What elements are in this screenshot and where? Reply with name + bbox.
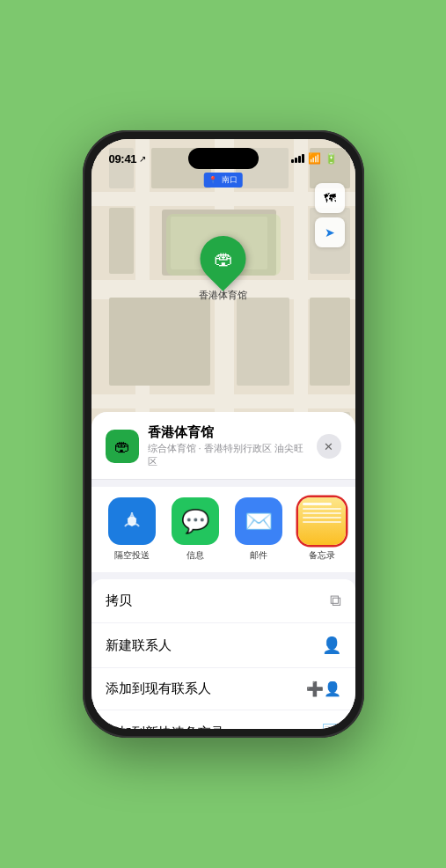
share-row: 隔空投送 💬 信息 ✉️ 邮件 <box>91 487 355 572</box>
notes-line-2 <box>303 508 341 510</box>
svg-rect-16 <box>237 298 289 386</box>
notes-line-4 <box>303 517 341 519</box>
share-item-notes[interactable]: 备忘录 <box>296 497 348 562</box>
location-button[interactable]: ➤ <box>315 217 345 247</box>
action-copy[interactable]: 拷贝 ⧉ <box>91 579 355 623</box>
map-pin: 🏟 <box>191 226 256 291</box>
share-item-messages[interactable]: 💬 信息 <box>169 497 222 562</box>
quick-note-label: 添加到新快速备忘录 <box>106 725 224 730</box>
action-new-contact[interactable]: 新建联系人 👤 <box>91 623 355 668</box>
airdrop-label: 隔空投送 <box>114 549 150 562</box>
dynamic-island <box>188 148 259 169</box>
copy-label: 拷贝 <box>106 592 132 609</box>
signal-bar-3 <box>298 156 301 163</box>
airdrop-icon <box>108 497 156 545</box>
close-button[interactable]: ✕ <box>317 434 341 459</box>
messages-label: 信息 <box>186 549 204 562</box>
venue-info: 香港体育馆 综合体育馆 · 香港特别行政区 油尖旺区 <box>148 424 308 468</box>
action-list: 拷贝 ⧉ 新建联系人 👤 添加到现有联系人 ➕👤 添加到新快速备忘录 📝 打印 <box>91 579 355 729</box>
notes-line-1 <box>303 503 332 505</box>
share-item-mail[interactable]: ✉️ 邮件 <box>232 497 285 562</box>
map-controls: 🗺 ➤ <box>315 183 345 247</box>
messages-icon: 💬 <box>172 497 219 545</box>
sheet-header: 🏟 香港体育馆 综合体育馆 · 香港特别行政区 油尖旺区 ✕ <box>91 412 355 480</box>
new-contact-icon: 👤 <box>322 636 341 655</box>
map-pin-container: 🏟 香港体育馆 <box>199 236 247 302</box>
svg-rect-13 <box>109 208 134 274</box>
venue-icon: 🏟 <box>106 430 139 463</box>
new-contact-label: 新建联系人 <box>106 637 172 654</box>
venue-stadium-icon: 🏟 <box>114 438 130 456</box>
wifi-icon: 📶 <box>308 152 321 165</box>
add-contact-icon: ➕👤 <box>306 680 341 697</box>
svg-rect-15 <box>109 298 210 386</box>
svg-rect-17 <box>310 298 350 386</box>
venue-name: 香港体育馆 <box>148 424 308 441</box>
quick-note-icon: 📝 <box>322 723 341 729</box>
notes-label: 备忘录 <box>309 549 335 562</box>
location-icon: ➤ <box>325 225 335 239</box>
mail-label: 邮件 <box>250 549 267 562</box>
location-arrow-icon: ↗ <box>139 154 146 164</box>
status-icons: 📶 🔋 <box>291 152 338 165</box>
notes-icon <box>298 497 346 545</box>
phone-frame: 09:41 ↗ 📶 🔋 <box>83 130 364 738</box>
close-icon: ✕ <box>324 440 333 453</box>
signal-bars-icon <box>291 154 304 163</box>
signal-bar-1 <box>291 159 294 163</box>
bottom-sheet: 🏟 香港体育馆 综合体育馆 · 香港特别行政区 油尖旺区 ✕ <box>91 412 355 729</box>
notes-line-5 <box>303 521 341 523</box>
signal-bar-2 <box>295 158 297 163</box>
notes-line-3 <box>303 512 341 514</box>
stadium-map-label: 📍 南口 <box>203 173 243 188</box>
status-time: 09:41 <box>109 152 137 166</box>
map-type-icon: 🗺 <box>324 191 336 205</box>
signal-bar-4 <box>302 154 304 163</box>
action-add-existing[interactable]: 添加到现有联系人 ➕👤 <box>91 668 355 710</box>
add-existing-label: 添加到现有联系人 <box>106 680 211 697</box>
stadium-pin-icon: 🏟 <box>214 247 233 270</box>
share-item-airdrop[interactable]: 隔空投送 <box>106 497 158 562</box>
airdrop-svg <box>120 509 144 533</box>
venue-subtitle: 综合体育馆 · 香港特别行政区 油尖旺区 <box>148 442 308 468</box>
battery-icon: 🔋 <box>325 152 338 165</box>
phone-screen: 09:41 ↗ 📶 🔋 <box>91 139 355 729</box>
mail-icon: ✉️ <box>235 497 282 545</box>
map-type-button[interactable]: 🗺 <box>315 183 345 213</box>
copy-icon: ⧉ <box>330 592 341 610</box>
action-quick-note[interactable]: 添加到新快速备忘录 📝 <box>91 710 355 729</box>
